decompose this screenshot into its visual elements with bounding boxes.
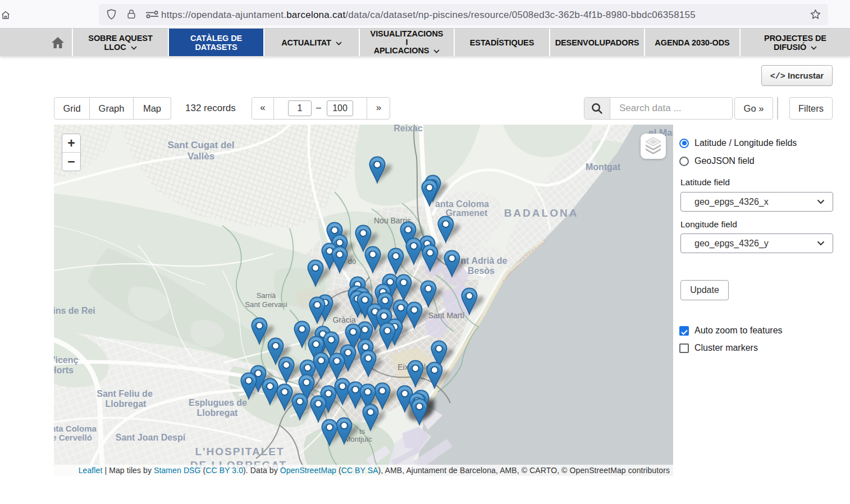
svg-text:'icenç: 'icenç (54, 355, 78, 365)
svg-text:Sarrià: Sarrià (257, 291, 276, 300)
svg-text:nta Coloma: nta Coloma (54, 424, 97, 433)
svg-text:Gramenet: Gramenet (446, 208, 488, 218)
svg-text:Vallès: Vallès (188, 151, 214, 162)
svg-text:Esplugues de: Esplugues de (189, 398, 247, 407)
svg-text:nt Adrià de: nt Adrià de (461, 256, 508, 265)
svg-text:Sant Cugat del: Sant Cugat del (167, 140, 234, 150)
svg-text:Besòs: Besòs (468, 266, 495, 276)
svg-text:Horts: Horts (54, 365, 74, 375)
svg-text:Montgat: Montgat (586, 162, 621, 172)
svg-text:BADALONA: BADALONA (504, 207, 579, 219)
svg-text:Sant Martí: Sant Martí (428, 311, 465, 320)
svg-text:ins de Rei: ins de Rei (54, 306, 95, 315)
svg-text:Sant Joan Despí: Sant Joan Despí (116, 433, 186, 442)
svg-text:Sant Feliu de: Sant Feliu de (97, 389, 153, 398)
svg-text:Llobregat: Llobregat (197, 408, 239, 418)
svg-text:L'HOSPITALET: L'HOSPITALET (195, 446, 284, 457)
svg-text:ts: ts (359, 427, 365, 436)
svg-text:e Cervelló: e Cervelló (54, 433, 92, 442)
svg-text:Reixac: Reixac (394, 125, 423, 133)
svg-text:Sant Gervasi: Sant Gervasi (245, 300, 287, 309)
svg-text:Llobregat: Llobregat (106, 399, 147, 409)
svg-text:anta Coloma: anta Coloma (435, 199, 489, 209)
svg-text:Gràcia: Gràcia (332, 315, 355, 324)
